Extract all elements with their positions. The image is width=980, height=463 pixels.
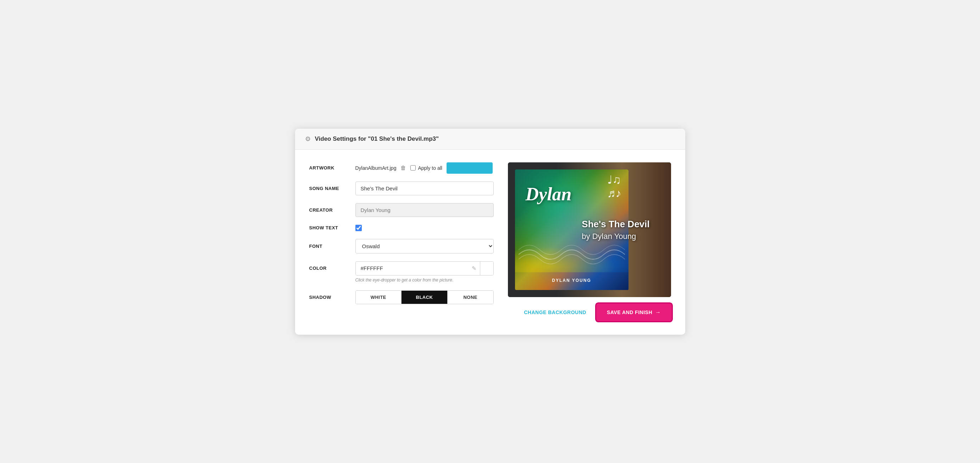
- preview-text-overlay: She's The Devil by Dylan Young: [582, 218, 649, 241]
- apply-to-all-wrap: Apply to all: [410, 165, 442, 171]
- song-name-input[interactable]: [355, 182, 494, 195]
- main-window: ⚙ Video Settings for "01 She's the Devil…: [295, 129, 685, 335]
- color-text-input[interactable]: [356, 262, 468, 275]
- show-text-controls: [355, 225, 362, 231]
- album-artist-name: DYLAN YOUNG: [552, 278, 591, 283]
- apply-to-all-label: Apply to all: [418, 165, 442, 171]
- creator-row: CREATOR: [309, 203, 494, 217]
- font-select[interactable]: Oswald: [355, 239, 494, 254]
- font-row: FONT Oswald: [309, 239, 494, 254]
- color-swatch: [480, 262, 493, 275]
- show-text-checkbox[interactable]: [355, 225, 362, 231]
- right-panel: Dylan ♩♫♬♪ DY: [508, 162, 671, 320]
- eyedropper-icon[interactable]: ✏: [468, 262, 480, 275]
- artwork-row: ARTWORK DylanAlbumArt.jpg 🗑 Apply to all: [309, 162, 494, 174]
- color-hint: Click the eye-dropper to get a color fro…: [355, 277, 453, 282]
- save-finish-button[interactable]: SAVE AND FINISH: [597, 304, 671, 320]
- color-input-wrap: ✏: [355, 261, 494, 276]
- color-preview-bar: [447, 162, 493, 174]
- bottom-actions: CHANGE BACKGROUND SAVE AND FINISH: [508, 304, 671, 320]
- color-row-inner: COLOR ✏: [309, 261, 494, 276]
- artwork-filename: DylanAlbumArt.jpg: [355, 165, 396, 171]
- apply-to-all-checkbox[interactable]: [410, 165, 416, 171]
- creator-input[interactable]: [355, 203, 494, 217]
- shadow-row: SHADOW WHITE BLACK NONE: [309, 290, 494, 304]
- show-text-label: SHOW TEXT: [309, 225, 355, 230]
- content-area: ARTWORK DylanAlbumArt.jpg 🗑 Apply to all…: [295, 150, 685, 335]
- font-label: FONT: [309, 244, 355, 249]
- song-name-row: SONG NAME: [309, 182, 494, 195]
- shadow-label: SHADOW: [309, 295, 355, 300]
- song-name-label: SONG NAME: [309, 186, 355, 191]
- shadow-none-button[interactable]: NONE: [447, 291, 493, 304]
- delete-artwork-button[interactable]: 🗑: [401, 165, 406, 171]
- left-panel: ARTWORK DylanAlbumArt.jpg 🗑 Apply to all…: [309, 162, 494, 320]
- show-text-row: SHOW TEXT: [309, 225, 494, 231]
- music-notes-decoration: ♩♫♬♪: [607, 173, 621, 200]
- title-bar: ⚙ Video Settings for "01 She's the Devil…: [295, 129, 685, 150]
- change-background-button[interactable]: CHANGE BACKGROUND: [524, 309, 586, 315]
- artwork-label: ARTWORK: [309, 165, 355, 171]
- preview-song-by: by Dylan Young: [582, 232, 649, 241]
- album-dylan-script: Dylan: [526, 184, 572, 205]
- shadow-white-button[interactable]: WHITE: [356, 291, 401, 304]
- wave-lines: [519, 240, 625, 269]
- artwork-controls: DylanAlbumArt.jpg 🗑 Apply to all: [355, 162, 494, 174]
- settings-icon: ⚙: [305, 135, 311, 143]
- shadow-button-group: WHITE BLACK NONE: [355, 290, 494, 304]
- shadow-black-button[interactable]: BLACK: [401, 291, 447, 304]
- preview-song-title: She's The Devil: [582, 218, 649, 229]
- creator-label: CREATOR: [309, 208, 355, 213]
- preview-container: Dylan ♩♫♬♪ DY: [508, 162, 671, 297]
- window-title: Video Settings for "01 She's the Devil.m…: [315, 135, 439, 143]
- color-label: COLOR: [309, 266, 355, 271]
- color-row: COLOR ✏ Click the eye-dropper to get a c…: [309, 261, 494, 282]
